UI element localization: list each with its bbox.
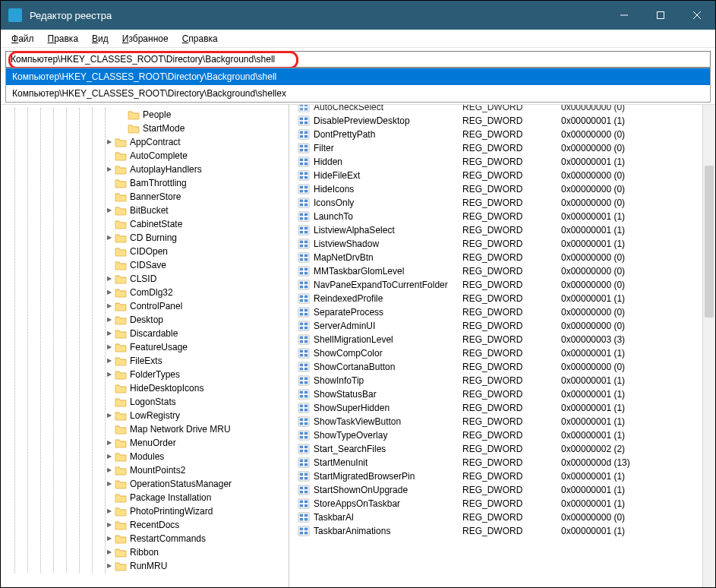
scrollbar-thumb[interactable] [705, 166, 714, 318]
tree-node[interactable]: ▶Ribbon [1, 545, 289, 559]
value-row[interactable]: FilterREG_DWORD0x00000000 (0) [294, 141, 715, 155]
expand-icon[interactable]: ▶ [104, 163, 115, 176]
tree-node[interactable]: ▶OperationStatusManager [1, 477, 289, 491]
tree-node[interactable]: ▶ControlPanel [1, 299, 289, 313]
maximize-button[interactable] [642, 1, 679, 30]
values-pane[interactable]: AutoCheckSelectREG_DWORD0x00000000 (0)Di… [294, 105, 715, 587]
value-row[interactable]: ShowSuperHiddenREG_DWORD0x00000001 (1) [294, 401, 715, 415]
tree-node[interactable]: ▶LowRegistry [1, 409, 289, 422]
expand-icon[interactable]: ▶ [104, 409, 115, 422]
value-row[interactable]: StoreAppsOnTaskbarREG_DWORD0x00000001 (1… [294, 497, 715, 511]
tree-node[interactable]: ▶CD Burning [1, 231, 289, 245]
tree-node[interactable]: ▶AutoplayHandlers [1, 163, 289, 176]
tree-node[interactable]: ▶Desktop [1, 313, 289, 327]
value-row[interactable]: ShowTypeOverlayREG_DWORD0x00000001 (1) [294, 428, 715, 442]
expand-icon[interactable]: ▶ [104, 463, 115, 477]
value-row[interactable]: ReindexedProfileREG_DWORD0x00000001 (1) [294, 292, 715, 305]
expand-icon[interactable]: ▶ [104, 559, 115, 573]
value-row[interactable]: IconsOnlyREG_DWORD0x00000000 (0) [294, 196, 715, 210]
value-row[interactable]: DontPrettyPathREG_DWORD0x00000000 (0) [294, 128, 715, 141]
value-row[interactable]: ShowStatusBarREG_DWORD0x00000001 (1) [294, 387, 715, 401]
menu-edit[interactable]: Правка [42, 31, 85, 46]
tree-node[interactable]: ▶FeatureUsage [1, 340, 289, 354]
menu-file[interactable]: Файл [5, 31, 40, 46]
value-row[interactable]: LaunchToREG_DWORD0x00000001 (1) [294, 210, 715, 223]
value-row[interactable]: ServerAdminUIREG_DWORD0x00000000 (0) [294, 319, 715, 333]
suggestion-item[interactable]: Компьютер\HKEY_CLASSES_ROOT\Directory\Ba… [6, 85, 710, 102]
expand-icon[interactable]: ▶ [104, 518, 115, 532]
tree-node[interactable]: BannerStore [1, 190, 289, 204]
value-row[interactable]: MMTaskbarGlomLevelREG_DWORD0x00000000 (0… [294, 264, 715, 278]
value-row[interactable]: TaskbarAlREG_DWORD0x00000000 (0) [294, 511, 715, 524]
close-button[interactable] [679, 1, 715, 30]
value-row[interactable]: SeparateProcessREG_DWORD0x00000000 (0) [294, 305, 715, 319]
tree-node[interactable]: ▶RestartCommands [1, 532, 289, 545]
tree-node[interactable]: ▶CLSID [1, 272, 289, 286]
tree-node[interactable]: Map Network Drive MRU [1, 422, 289, 436]
value-row[interactable]: TaskbarAnimationsREG_DWORD0x00000001 (1) [294, 524, 715, 538]
tree-node[interactable]: BamThrottling [1, 176, 289, 190]
expand-icon[interactable]: ▶ [104, 368, 115, 381]
tree-node[interactable]: ▶AppContract [1, 135, 289, 149]
value-row[interactable]: HideIconsREG_DWORD0x00000000 (0) [294, 182, 715, 196]
value-row[interactable]: StartShownOnUpgradeREG_DWORD0x00000001 (… [294, 483, 715, 497]
vertical-scrollbar[interactable] [702, 105, 715, 587]
tree-node[interactable]: ▶BitBucket [1, 204, 289, 217]
value-row[interactable]: DisablePreviewDesktopREG_DWORD0x00000001… [294, 114, 715, 128]
value-row[interactable]: ListviewShadowREG_DWORD0x00000001 (1) [294, 237, 715, 251]
expand-icon[interactable]: ▶ [104, 327, 115, 340]
tree-node[interactable]: People [1, 108, 289, 122]
menu-help[interactable]: Справка [176, 31, 224, 46]
value-row[interactable]: ShellMigrationLevelREG_DWORD0x00000003 (… [294, 333, 715, 346]
expand-icon[interactable]: ▶ [104, 135, 115, 149]
tree-node[interactable]: ▶Modules [1, 450, 289, 463]
value-row[interactable]: ShowCortanaButtonREG_DWORD0x00000000 (0) [294, 360, 715, 374]
minimize-button[interactable] [606, 1, 642, 30]
address-input[interactable] [5, 51, 711, 68]
tree-node[interactable]: ▶RecentDocs [1, 518, 289, 532]
tree-node[interactable]: ▶MenuOrder [1, 436, 289, 450]
expand-icon[interactable]: ▶ [104, 450, 115, 463]
menu-favorites[interactable]: Избранное [116, 31, 175, 46]
expand-icon[interactable]: ▶ [104, 272, 115, 286]
value-row[interactable]: NavPaneExpandToCurrentFolderREG_DWORD0x0… [294, 278, 715, 292]
expand-icon[interactable]: ▶ [104, 477, 115, 491]
expand-icon[interactable]: ▶ [104, 545, 115, 559]
expand-icon[interactable]: ▶ [104, 436, 115, 450]
expand-icon[interactable]: ▶ [104, 204, 115, 217]
expand-icon[interactable]: ▶ [104, 286, 115, 299]
value-row[interactable]: Start_SearchFilesREG_DWORD0x00000002 (2) [294, 442, 715, 456]
tree-node[interactable]: LogonStats [1, 395, 289, 409]
tree-node[interactable]: Package Installation [1, 491, 289, 504]
expand-icon[interactable]: ▶ [104, 231, 115, 245]
tree-node[interactable]: ▶MountPoints2 [1, 463, 289, 477]
menu-view[interactable]: Вид [86, 31, 115, 46]
suggestion-item[interactable]: Компьютер\HKEY_CLASSES_ROOT\Directory\Ba… [6, 68, 710, 85]
tree-node[interactable]: CabinetState [1, 217, 289, 231]
expand-icon[interactable]: ▶ [104, 354, 115, 368]
tree-node[interactable]: CIDSave [1, 258, 289, 272]
value-row[interactable]: ShowCompColorREG_DWORD0x00000001 (1) [294, 346, 715, 360]
tree-node[interactable]: ▶ComDlg32 [1, 286, 289, 299]
expand-icon[interactable]: ▶ [104, 299, 115, 313]
value-row[interactable]: MapNetDrvBtnREG_DWORD0x00000000 (0) [294, 251, 715, 264]
tree-node[interactable]: ▶RunMRU [1, 559, 289, 573]
expand-icon[interactable]: ▶ [104, 313, 115, 327]
value-row[interactable]: ShowInfoTipREG_DWORD0x00000001 (1) [294, 374, 715, 387]
value-row[interactable]: HideFileExtREG_DWORD0x00000000 (0) [294, 169, 715, 182]
value-row[interactable]: StartMigratedBrowserPinREG_DWORD0x000000… [294, 469, 715, 483]
tree-node[interactable]: HideDesktopIcons [1, 381, 289, 395]
tree-node[interactable]: ▶PhotoPrintingWizard [1, 504, 289, 518]
tree-node[interactable]: ▶FileExts [1, 354, 289, 368]
value-row[interactable]: HiddenREG_DWORD0x00000001 (1) [294, 155, 715, 169]
tree-node[interactable]: StartMode [1, 122, 289, 135]
tree-node[interactable]: ▶Discardable [1, 327, 289, 340]
expand-icon[interactable]: ▶ [104, 504, 115, 518]
value-row[interactable]: ShowTaskViewButtonREG_DWORD0x00000001 (1… [294, 415, 715, 428]
tree-node[interactable]: ▶FolderTypes [1, 368, 289, 381]
value-row[interactable]: ListviewAlphaSelectREG_DWORD0x00000001 (… [294, 223, 715, 237]
tree-node[interactable]: CIDOpen [1, 245, 289, 258]
value-row[interactable]: AutoCheckSelectREG_DWORD0x00000000 (0) [294, 105, 715, 114]
value-row[interactable]: StartMenuInitREG_DWORD0x0000000d (13) [294, 456, 715, 469]
titlebar[interactable]: Редактор реестра [1, 1, 715, 30]
